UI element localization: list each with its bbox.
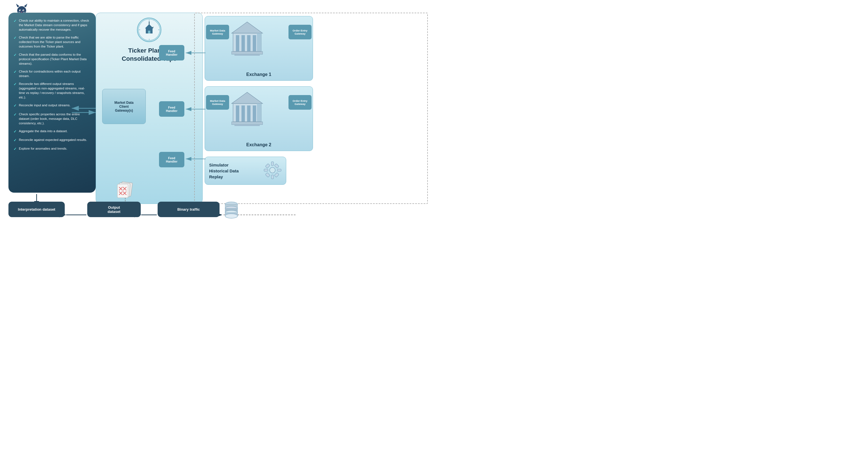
exchange-2-label: Exchange 2	[205, 142, 313, 147]
checklist-item: ✓Explore for anomalies and trends.	[13, 146, 91, 152]
checklist-item: ✓Reconcile against expected aggregated r…	[13, 137, 91, 143]
exchange-1-mdg: Market Data Gateway	[206, 25, 229, 39]
svg-rect-40	[235, 54, 260, 56]
svg-rect-26	[148, 31, 150, 33]
svg-rect-53	[271, 175, 274, 179]
checkmark: ✓	[13, 103, 17, 108]
clock-icon	[135, 16, 163, 44]
gear-icon	[264, 161, 282, 180]
checklist-text: Explore for anomalies and trends.	[19, 146, 67, 151]
checklist-text: Check for contradictions within each out…	[19, 69, 91, 78]
svg-rect-58	[266, 173, 270, 177]
feed-handler-1: Feed Handler	[159, 45, 184, 61]
svg-rect-54	[264, 169, 268, 171]
feed-handler-2: Feed Handler	[159, 101, 184, 117]
database-stack-icon	[221, 200, 242, 222]
binary-traffic: Binary traffic	[158, 202, 220, 217]
svg-rect-33	[236, 35, 239, 52]
output-dataset: Output dataset	[87, 202, 141, 217]
checkmark: ✓	[13, 19, 17, 24]
svg-rect-49	[231, 122, 262, 125]
checklist-text: Aggregate the data into a dataset.	[19, 129, 67, 133]
exchange-1-building	[229, 21, 266, 58]
checkmark: ✓	[13, 35, 17, 40]
right-dashed-area: Market Data Gateway Order Entry Gateway …	[194, 13, 428, 204]
svg-marker-2	[16, 4, 20, 7]
checklist-text: Reconcile two different output streams (…	[19, 81, 91, 100]
checklist-item: ✓Check for contradictions within each ou…	[13, 69, 91, 78]
checklist-text: Check that we are able to parse the traf…	[19, 35, 91, 49]
checklist-box: ✓Check our ability to maintain a connect…	[8, 13, 96, 193]
checklist-item: ✓Reconcile two different output streams …	[13, 81, 91, 100]
checklist-item: ✓Check specific properties across the en…	[13, 112, 91, 126]
svg-point-6	[20, 10, 21, 11]
svg-rect-35	[247, 35, 250, 52]
exchange-2-mdg: Market Data Gateway	[206, 95, 229, 110]
svg-marker-41	[231, 92, 262, 103]
feed-handler-3: Feed Handler	[159, 152, 184, 167]
svg-rect-39	[231, 52, 262, 54]
svg-marker-3	[24, 4, 27, 7]
svg-rect-56	[266, 164, 270, 168]
svg-rect-52	[271, 162, 274, 166]
checklist-item: ✓Check our ability to maintain a connect…	[13, 18, 91, 32]
svg-rect-57	[274, 164, 279, 168]
svg-point-7	[23, 10, 24, 11]
checkmark: ✓	[13, 53, 17, 58]
svg-rect-34	[242, 35, 245, 52]
checklist-item: ✓Check that we are able to parse the tra…	[13, 35, 91, 49]
svg-rect-50	[235, 125, 260, 126]
checklist-text: Check our ability to maintain a connecti…	[19, 18, 91, 32]
checklist-item: ✓Reconcile input and output streams.	[13, 103, 91, 108]
exchange-2-oeg: Order Entry Gateway	[288, 95, 312, 110]
simulator-label: Simulator Historical Data Replay	[209, 162, 239, 180]
checklist-item: ✓Aggregate the data into a dataset.	[13, 129, 91, 134]
exchange-1-oeg: Order Entry Gateway	[288, 25, 312, 39]
svg-rect-55	[277, 169, 281, 171]
checklist-text: Reconcile against expected aggregated re…	[19, 137, 87, 142]
exchange-2-building	[229, 91, 266, 129]
svg-rect-44	[242, 105, 245, 122]
market-data-client-gateway: Market Data Client Gateway(s)	[102, 89, 146, 124]
svg-rect-43	[236, 105, 239, 122]
svg-rect-59	[274, 173, 279, 177]
svg-point-82	[225, 214, 238, 218]
checkmark: ✓	[13, 138, 17, 143]
svg-rect-37	[257, 33, 261, 52]
checklist-content: ✓Check our ability to maintain a connect…	[13, 18, 91, 152]
ticker-plants-box: Ticker Plants / Consolidated Tape Market…	[96, 13, 203, 204]
checkmark: ✓	[13, 146, 17, 152]
main-container: ✓Check our ability to maintain a connect…	[0, 0, 434, 234]
checklist-item: ✓Check that the parsed data conforms to …	[13, 52, 91, 66]
exchange-1-label: Exchange 1	[205, 72, 313, 77]
exchange-1-box: Market Data Gateway Order Entry Gateway …	[205, 16, 313, 81]
interpretation-dataset: Interpretation dataset	[8, 202, 65, 217]
checklist-text: Check that the parsed data conforms to t…	[19, 52, 91, 66]
exchange-2-box: Market Data Gateway Order Entry Gateway …	[205, 86, 313, 151]
svg-rect-45	[247, 105, 250, 122]
ticker-plants-title: Ticker Plants / Consolidated Tape	[96, 47, 203, 63]
checkmark: ✓	[13, 129, 17, 134]
svg-rect-36	[253, 35, 256, 52]
svg-rect-85	[117, 184, 128, 198]
checkmark: ✓	[13, 69, 17, 74]
checklist-text: Check specific properties across the ent…	[19, 112, 91, 126]
checkmark: ✓	[13, 82, 17, 87]
svg-point-60	[270, 168, 275, 173]
svg-rect-46	[253, 105, 256, 122]
svg-rect-47	[257, 103, 261, 122]
svg-marker-31	[231, 22, 262, 33]
simulator-box: Simulator Historical Data Replay	[205, 157, 286, 185]
document-icon	[114, 181, 135, 203]
checklist-text: Reconcile input and output streams.	[19, 103, 70, 107]
checkmark: ✓	[13, 112, 17, 117]
